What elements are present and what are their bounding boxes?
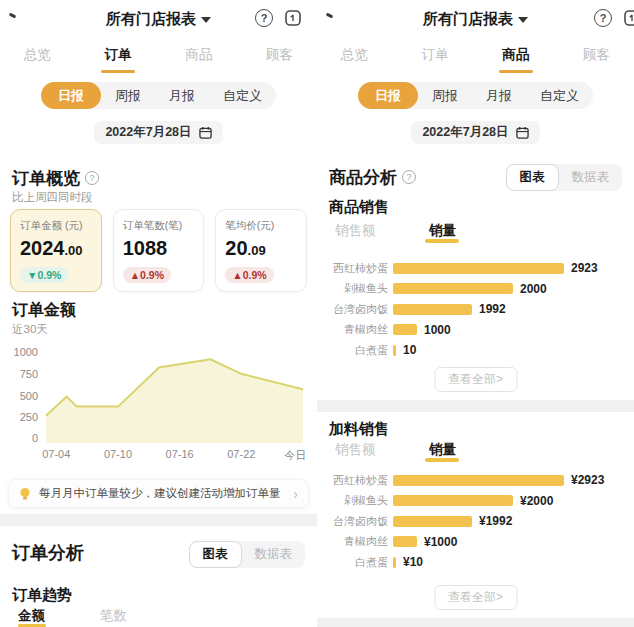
lightbulb-icon	[19, 487, 31, 501]
tab-orders[interactable]: 订单	[420, 46, 451, 64]
bar	[393, 324, 417, 335]
active-tab-underline	[499, 70, 533, 74]
y-tick: 250	[0, 411, 38, 423]
y-tick: 500	[0, 390, 38, 402]
stat-value: 1088	[123, 237, 196, 260]
calendar-icon	[516, 126, 529, 139]
view-mode-toggle: 图表 数据表	[189, 541, 306, 568]
y-tick: 750	[0, 368, 38, 380]
order-amount-chart-title: 订单金额	[12, 300, 76, 321]
x-tick: 07-16	[166, 448, 194, 460]
filter-daily[interactable]: 日报	[41, 82, 101, 109]
compare-subtitle: 比上周四同时段	[12, 190, 93, 205]
report-panel-icon[interactable]	[624, 10, 634, 26]
y-tick: 1000	[0, 346, 38, 358]
filter-monthly[interactable]: 月报	[155, 82, 209, 109]
date-value: 2022年7月28日	[422, 124, 508, 141]
bar-row: 青椒肉丝 1000	[323, 320, 628, 341]
tab-customers[interactable]: 顾客	[581, 46, 612, 64]
bar	[393, 263, 564, 274]
metric-tab-sales-volume[interactable]: 销量	[429, 222, 456, 240]
bar-row: 台湾卤肉饭 ¥1992	[323, 511, 628, 532]
product-sales-bar-chart: 西红柿炒蛋 2923 剁椒鱼头 2000 台湾卤肉饭 1992 青椒肉丝 100…	[323, 258, 628, 361]
section-help-icon[interactable]: ?	[85, 171, 99, 185]
bar-row: 西红柿炒蛋 ¥2923	[323, 470, 628, 491]
bar	[393, 495, 513, 506]
bar-row: 台湾卤肉饭 1992	[323, 299, 628, 320]
suggestion-banner[interactable]: 每月月中订单量较少，建议创建活动增加订单量 ›	[8, 479, 309, 508]
toggle-chart-view[interactable]: 图表	[506, 164, 559, 191]
metric-tab-sales-volume[interactable]: 销量	[429, 441, 456, 459]
filter-custom[interactable]: 自定义	[209, 82, 276, 109]
view-all-button[interactable]: 查看全部>	[434, 367, 517, 392]
date-value: 2022年7月28日	[105, 124, 191, 141]
metric-tab-sales-amount[interactable]: 销售额	[335, 222, 376, 240]
chevron-down-icon	[518, 17, 528, 23]
filter-weekly[interactable]: 周报	[418, 82, 472, 109]
order-amount-area-chart: 1000 750 500 250 0 07-04 07-10 07-16 07-…	[0, 340, 317, 462]
section-divider	[0, 514, 317, 526]
bar	[393, 345, 396, 356]
toggle-chart-view[interactable]: 图表	[189, 541, 242, 568]
stat-cards: 订单金额 (元) 2024.00 ▼0.9% 订单笔数(笔) 1088 ▲0.9…	[10, 209, 307, 292]
stat-card-order-amount[interactable]: 订单金额 (元) 2024.00 ▼0.9%	[10, 209, 102, 292]
page-title: 所有门店报表	[106, 10, 196, 27]
help-icon[interactable]: ?	[594, 9, 612, 27]
filter-weekly[interactable]: 周报	[101, 82, 155, 109]
filter-daily[interactable]: 日报	[358, 82, 418, 109]
section-divider	[317, 400, 634, 412]
date-picker[interactable]: 2022年7月28日	[411, 121, 539, 144]
store-selector[interactable]: 所有门店报表	[317, 10, 634, 29]
active-tab-underline	[101, 70, 135, 74]
metric-tab-count[interactable]: 笔数	[100, 607, 127, 625]
toggle-table-view[interactable]: 数据表	[242, 541, 306, 568]
help-icon[interactable]: ?	[255, 9, 273, 27]
date-picker[interactable]: 2022年7月28日	[94, 121, 222, 144]
bar	[393, 516, 472, 527]
addon-sales-title: 加料销售	[329, 420, 389, 439]
bar	[393, 557, 396, 568]
view-mode-toggle: 图表 数据表	[506, 164, 623, 191]
x-tick-today: 今日	[284, 448, 306, 463]
nav-tabs: 总览 订单 商品 顾客	[22, 46, 295, 64]
period-filter-group: 日报 周报 月报 自定义	[0, 82, 317, 109]
nav-tabs: 总览 订单 商品 顾客	[339, 46, 612, 64]
stat-value: 20.09	[225, 237, 298, 260]
chevron-right-icon: ›	[293, 486, 298, 502]
toggle-table-view[interactable]: 数据表	[559, 164, 623, 191]
bar-row: 剁椒鱼头 ¥2000	[323, 491, 628, 512]
order-overview-title: 订单概览?	[12, 167, 99, 190]
filter-monthly[interactable]: 月报	[472, 82, 526, 109]
product-analysis-title: 商品分析?	[329, 166, 416, 189]
bar	[393, 536, 417, 547]
trend-badge: ▼0.9%	[20, 267, 68, 283]
tab-overview[interactable]: 总览	[339, 46, 370, 64]
bar-row: 西红柿炒蛋 2923	[323, 258, 628, 279]
order-trend-title: 订单趋势	[12, 586, 72, 605]
calendar-icon	[199, 126, 212, 139]
stat-card-avg-price[interactable]: 笔均价(元) 20.09 ▲0.9%	[215, 209, 307, 292]
tab-products[interactable]: 商品	[500, 46, 531, 64]
metric-tab-underline	[425, 239, 459, 243]
y-tick: 0	[0, 432, 38, 444]
tab-products[interactable]: 商品	[183, 46, 214, 64]
trend-badge: ▲0.9%	[123, 267, 171, 283]
tab-overview[interactable]: 总览	[22, 46, 53, 64]
addon-sales-bar-chart: 西红柿炒蛋 ¥2923 剁椒鱼头 ¥2000 台湾卤肉饭 ¥1992 青椒肉丝 …	[323, 470, 628, 573]
filter-custom[interactable]: 自定义	[526, 82, 593, 109]
section-divider	[317, 618, 634, 627]
stat-card-order-count[interactable]: 订单笔数(笔) 1088 ▲0.9%	[113, 209, 205, 292]
metric-tab-sales-amount[interactable]: 销售额	[335, 441, 376, 459]
bar-row: 白煮蛋 ¥10	[323, 552, 628, 573]
period-filter-group: 日报 周报 月报 自定义	[317, 82, 634, 109]
tab-customers[interactable]: 顾客	[264, 46, 295, 64]
metric-tab-amount[interactable]: 金额	[18, 607, 45, 625]
report-panel-icon[interactable]	[285, 10, 301, 26]
view-all-button[interactable]: 查看全部>	[434, 585, 517, 610]
bar	[393, 304, 472, 315]
x-tick: 07-04	[42, 448, 70, 460]
section-help-icon[interactable]: ?	[402, 170, 416, 184]
order-analysis-title: 订单分析	[12, 541, 84, 565]
tab-orders[interactable]: 订单	[103, 46, 134, 64]
metric-tab-underline	[425, 458, 459, 462]
